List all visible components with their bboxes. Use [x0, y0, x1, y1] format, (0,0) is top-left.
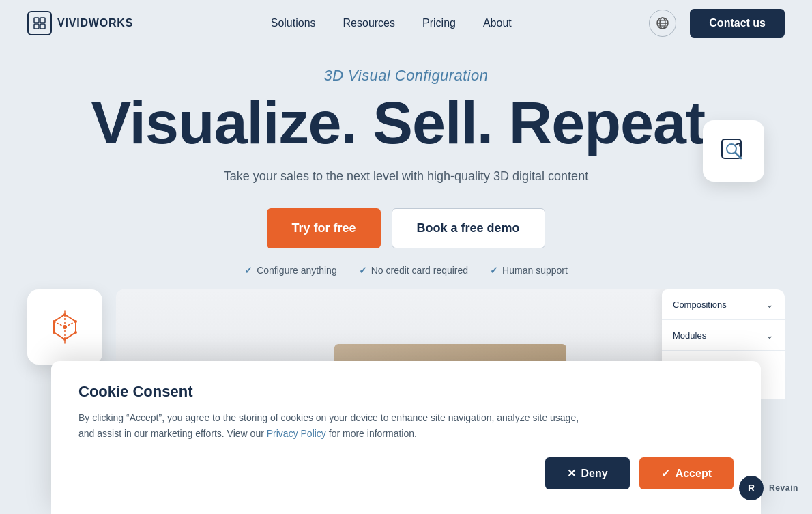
hero-section: 3D Visual Configuration Visualize. Sell.…: [0, 46, 812, 289]
deny-icon: ✕: [567, 467, 576, 480]
svg-point-16: [53, 331, 55, 334]
hero-buttons: Try for free Book a free demo: [14, 208, 798, 248]
try-for-free-button[interactable]: Try for free: [267, 208, 380, 248]
accept-button[interactable]: ✓ Accept: [639, 457, 734, 489]
check-icon-1: ✓: [244, 265, 252, 276]
nav-links: Solutions Resources Pricing About: [271, 17, 512, 29]
svg-rect-2: [34, 24, 39, 29]
check-icon-3: ✓: [490, 265, 498, 276]
svg-rect-1: [40, 18, 45, 23]
nav-resources[interactable]: Resources: [343, 17, 395, 29]
cookie-actions: ✕ Deny ✓ Accept: [78, 457, 734, 489]
cookie-text: By clicking “Accept”, you agree to the s…: [78, 410, 597, 441]
chevron-down-modules: ⌄: [766, 330, 774, 341]
navbar: VIVIDWORKS Solutions Resources Pricing A…: [0, 0, 812, 46]
deny-button[interactable]: ✕ Deny: [545, 457, 630, 489]
logo-text: VIVIDWORKS: [57, 17, 133, 29]
hero-title: Visualize. Sell. Repeat.: [14, 93, 798, 153]
cookie-consent-banner: Cookie Consent By clicking “Accept”, you…: [51, 361, 761, 514]
sidebar-row-compositions[interactable]: Compositions ⌄: [662, 289, 785, 320]
globe-button[interactable]: [649, 10, 676, 37]
nav-solutions[interactable]: Solutions: [271, 17, 316, 29]
hero-subtitle: 3D Visual Configuration: [14, 67, 798, 85]
hero-description: Take your sales to the next level with h…: [14, 169, 798, 184]
revain-label: Revain: [769, 483, 798, 493]
chevron-down-compositions: ⌄: [766, 299, 774, 310]
svg-rect-3: [40, 24, 45, 29]
svg-point-13: [74, 320, 77, 323]
cookie-title: Cookie Consent: [78, 383, 734, 401]
sidebar-row-modules[interactable]: Modules ⌄: [662, 320, 785, 351]
floating-card-configurator: [703, 120, 764, 182]
svg-point-19: [63, 325, 67, 329]
feature-support: ✓ Human support: [490, 265, 568, 276]
svg-point-14: [74, 331, 77, 334]
svg-point-17: [53, 320, 55, 323]
nav-pricing[interactable]: Pricing: [422, 17, 456, 29]
revain-icon: R: [739, 476, 764, 500]
feature-no-cc: ✓ No credit card required: [359, 265, 468, 276]
nav-right: Contact us: [649, 9, 785, 38]
revain-badge: R Revain: [739, 476, 798, 500]
accept-icon: ✓: [661, 467, 670, 480]
privacy-policy-link[interactable]: Privacy Policy: [267, 428, 326, 439]
logo-icon: [27, 11, 52, 35]
hero-features: ✓ Configure anything ✓ No credit card re…: [14, 265, 798, 276]
svg-rect-0: [34, 18, 39, 23]
svg-line-11: [735, 152, 741, 158]
contact-button[interactable]: Contact us: [690, 9, 785, 38]
book-demo-button[interactable]: Book a free demo: [392, 208, 545, 248]
feature-configure: ✓ Configure anything: [244, 265, 337, 276]
floating-card-3d: [27, 289, 102, 365]
nav-about[interactable]: About: [483, 17, 512, 29]
check-icon-2: ✓: [359, 265, 367, 276]
logo[interactable]: VIVIDWORKS: [27, 11, 133, 35]
